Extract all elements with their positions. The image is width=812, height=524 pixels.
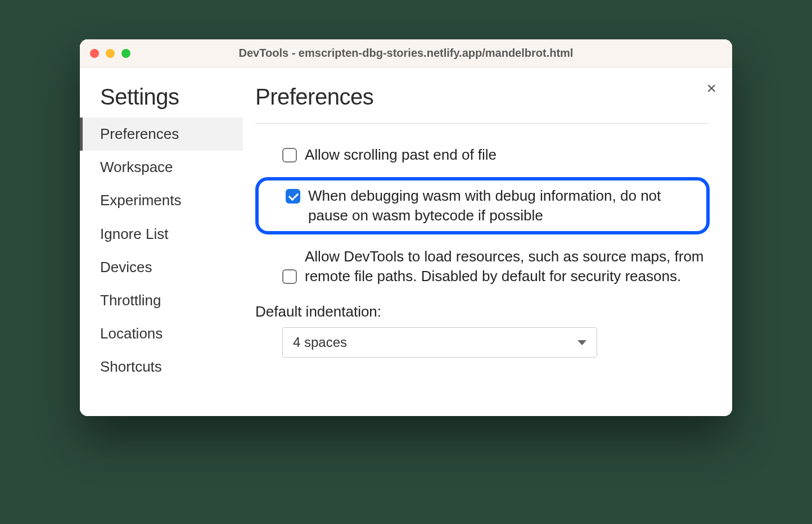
close-window-icon[interactable] (90, 49, 99, 58)
indentation-select[interactable]: 4 spaces (282, 327, 597, 358)
devtools-window: DevTools - emscripten-dbg-stories.netlif… (80, 39, 732, 416)
indentation-label: Default indentation: (255, 291, 710, 327)
minimize-window-icon[interactable] (106, 49, 115, 58)
indentation-value: 4 spaces (293, 335, 347, 350)
options-list: Allow scrolling past end of file When de… (255, 124, 710, 358)
traffic-lights (90, 49, 130, 58)
checkbox-wasm-no-pause[interactable] (286, 189, 300, 204)
sidebar-item-preferences[interactable]: Preferences (80, 118, 243, 151)
titlebar: DevTools - emscripten-dbg-stories.netlif… (80, 39, 732, 67)
sidebar-item-shortcuts[interactable]: Shortcuts (80, 350, 243, 383)
option-label: When debugging wasm with debug informati… (308, 186, 695, 225)
sidebar-item-locations[interactable]: Locations (80, 317, 243, 350)
option-wasm-no-pause: When debugging wasm with debug informati… (255, 177, 710, 234)
close-icon[interactable]: × (706, 80, 716, 97)
preferences-pane: Preferences Allow scrolling past end of … (243, 67, 732, 416)
sidebar-item-workspace[interactable]: Workspace (80, 151, 243, 184)
zoom-window-icon[interactable] (121, 49, 130, 58)
settings-sidebar: Settings Preferences Workspace Experimen… (80, 67, 243, 416)
sidebar-item-experiments[interactable]: Experiments (80, 184, 243, 217)
option-allow-remote-file-paths: Allow DevTools to load resources, such a… (255, 242, 710, 291)
checkbox-allow-scroll-past-eof[interactable] (282, 148, 297, 162)
sidebar-item-throttling[interactable]: Throttling (80, 284, 243, 317)
window-title: DevTools - emscripten-dbg-stories.netlif… (80, 47, 732, 60)
option-allow-scroll-past-eof: Allow scrolling past end of file (255, 141, 710, 169)
sidebar-title: Settings (80, 84, 243, 118)
settings-panel: × Settings Preferences Workspace Experim… (80, 67, 732, 416)
page-title: Preferences (255, 84, 710, 124)
option-label: Allow scrolling past end of file (305, 145, 497, 165)
sidebar-item-ignore-list[interactable]: Ignore List (80, 218, 243, 251)
checkbox-allow-remote-file-paths[interactable] (282, 269, 297, 284)
option-label: Allow DevTools to load resources, such a… (305, 247, 710, 286)
sidebar-item-devices[interactable]: Devices (80, 251, 243, 284)
chevron-down-icon (578, 340, 587, 345)
